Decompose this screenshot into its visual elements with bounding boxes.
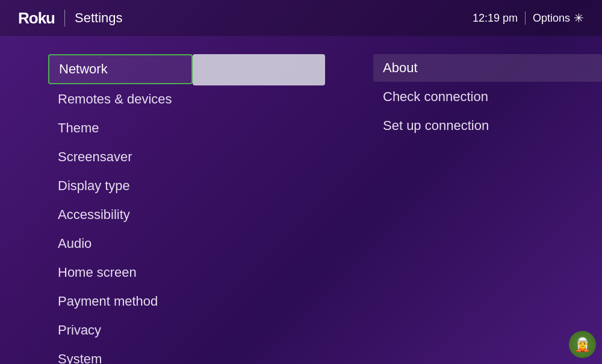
sidebar-item-system[interactable]: System — [48, 345, 193, 364]
header-divider — [64, 10, 65, 26]
options-icon: ✳ — [574, 11, 584, 25]
options-button[interactable]: Options ✳ — [533, 11, 584, 25]
right-item-about[interactable]: About — [373, 54, 602, 82]
left-menu: Network Remotes & devices Theme Screensa… — [0, 54, 193, 364]
sidebar-item-payment[interactable]: Payment method — [48, 288, 193, 315]
roku-logo: Roku — [18, 9, 55, 28]
sidebar-item-accessibility[interactable]: Accessibility — [48, 201, 193, 229]
main-content: Network Remotes & devices Theme Screensa… — [0, 36, 602, 364]
right-panel: About Check connection Set up connection — [337, 54, 602, 364]
right-item-setup-connection[interactable]: Set up connection — [373, 112, 602, 140]
options-label: Options — [533, 12, 570, 25]
sidebar-item-display-type[interactable]: Display type — [48, 172, 193, 200]
sidebar-item-privacy[interactable]: Privacy — [48, 316, 193, 344]
header-divider2 — [525, 11, 526, 25]
watermark: 🧝 — [569, 331, 596, 358]
header: Roku Settings 12:19 pm Options ✳ — [0, 0, 602, 36]
sidebar-item-home-screen[interactable]: Home screen — [48, 259, 193, 286]
header-title: Settings — [75, 10, 123, 26]
right-item-check-connection[interactable]: Check connection — [373, 83, 602, 111]
header-right: 12:19 pm Options ✳ — [473, 11, 584, 25]
sidebar-item-theme[interactable]: Theme — [48, 114, 193, 142]
sidebar-item-remotes[interactable]: Remotes & devices — [48, 85, 193, 113]
sidebar-item-screensaver[interactable]: Screensaver — [48, 143, 193, 171]
network-bar — [193, 54, 325, 85]
middle-panel — [193, 54, 337, 364]
sidebar-item-audio[interactable]: Audio — [48, 230, 193, 258]
sidebar-item-network[interactable]: Network — [48, 54, 193, 84]
header-time: 12:19 pm — [473, 12, 518, 25]
